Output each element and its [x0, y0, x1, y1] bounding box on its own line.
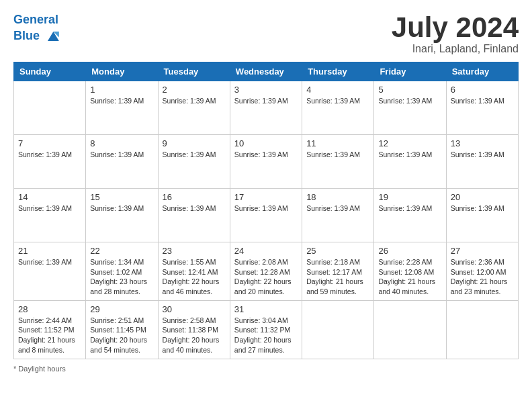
day-info: Sunrise: 2:44 AMSunset: 11:52 PMDaylight…	[18, 316, 81, 355]
day-info: Sunrise: 1:39 AM	[378, 150, 441, 160]
day-number: 1	[90, 85, 153, 95]
calendar-cell: 11Sunrise: 1:39 AM	[302, 135, 374, 189]
dow-header-thursday: Thursday	[302, 62, 374, 81]
day-number: 31	[234, 304, 298, 314]
day-info: Sunrise: 2:58 AMSunset: 11:38 PMDaylight…	[163, 316, 226, 355]
calendar-cell: 10Sunrise: 1:39 AM	[230, 135, 302, 189]
calendar-cell: 13Sunrise: 1:39 AM	[446, 135, 518, 189]
day-number: 22	[90, 246, 153, 256]
day-info: Sunrise: 2:28 AMSunset: 12:08 AMDaylight…	[378, 257, 441, 297]
day-info: Sunrise: 1:39 AM	[378, 203, 441, 214]
day-number: 20	[451, 192, 514, 202]
calendar-cell: 1Sunrise: 1:39 AM	[86, 81, 158, 135]
day-info: Sunrise: 1:39 AM	[378, 96, 441, 106]
calendar-cell: 6Sunrise: 1:39 AM	[446, 81, 518, 135]
day-info: Sunrise: 1:39 AM	[18, 257, 81, 267]
calendar-cell	[14, 81, 86, 135]
calendar-week-1: 1Sunrise: 1:39 AM2Sunrise: 1:39 AM3Sunri…	[14, 81, 519, 135]
day-number: 3	[234, 85, 298, 95]
day-number: 4	[306, 85, 369, 95]
calendar-cell: 19Sunrise: 1:39 AM	[374, 189, 446, 242]
calendar-cell: 3Sunrise: 1:39 AM	[230, 81, 302, 135]
calendar-cell: 9Sunrise: 1:39 AM	[158, 135, 230, 189]
day-number: 26	[378, 246, 441, 256]
calendar-week-4: 21Sunrise: 1:39 AM22Sunrise: 1:34 AMSuns…	[14, 242, 519, 301]
day-info: Sunrise: 1:34 AMSunset: 1:02 AMDaylight:…	[90, 257, 153, 297]
day-number: 5	[378, 85, 441, 95]
main-title: July 2024	[392, 13, 519, 42]
day-info: Sunrise: 1:39 AM	[18, 150, 81, 160]
calendar-cell: 22Sunrise: 1:34 AMSunset: 1:02 AMDayligh…	[86, 242, 158, 301]
dow-header-saturday: Saturday	[446, 62, 518, 81]
header: General Blue July 2024 Inari, Lapland, F…	[13, 13, 519, 55]
day-number: 28	[18, 304, 81, 314]
day-number: 10	[234, 138, 298, 148]
calendar-cell: 14Sunrise: 1:39 AM	[14, 189, 86, 242]
logo-blue: Blue	[13, 30, 40, 43]
calendar-week-3: 14Sunrise: 1:39 AM15Sunrise: 1:39 AM16Su…	[14, 189, 519, 242]
calendar-cell: 8Sunrise: 1:39 AM	[86, 135, 158, 189]
calendar-cell: 15Sunrise: 1:39 AM	[86, 189, 158, 242]
day-info: Sunrise: 1:39 AM	[90, 150, 153, 160]
calendar-cell: 28Sunrise: 2:44 AMSunset: 11:52 PMDaylig…	[14, 300, 86, 359]
day-number: 19	[378, 192, 441, 202]
calendar-cell	[446, 300, 518, 359]
calendar-cell: 12Sunrise: 1:39 AM	[374, 135, 446, 189]
dow-header-sunday: Sunday	[14, 62, 86, 81]
calendar-cell: 5Sunrise: 1:39 AM	[374, 81, 446, 135]
calendar-cell: 26Sunrise: 2:28 AMSunset: 12:08 AMDaylig…	[374, 242, 446, 301]
day-info: Sunrise: 1:39 AM	[306, 203, 369, 214]
day-number: 17	[234, 192, 298, 202]
calendar-cell: 27Sunrise: 2:36 AMSunset: 12:00 AMDaylig…	[446, 242, 518, 301]
calendar-cell: 2Sunrise: 1:39 AM	[158, 81, 230, 135]
dow-header-tuesday: Tuesday	[158, 62, 230, 81]
calendar-table: SundayMondayTuesdayWednesdayThursdayFrid…	[13, 62, 519, 359]
dow-header-monday: Monday	[86, 62, 158, 81]
day-info: Sunrise: 1:39 AM	[451, 203, 514, 214]
calendar-cell: 25Sunrise: 2:18 AMSunset: 12:17 AMDaylig…	[302, 242, 374, 301]
calendar-cell: 7Sunrise: 1:39 AM	[14, 135, 86, 189]
day-number: 24	[234, 246, 298, 256]
calendar-cell: 20Sunrise: 1:39 AM	[446, 189, 518, 242]
calendar-week-2: 7Sunrise: 1:39 AM8Sunrise: 1:39 AM9Sunri…	[14, 135, 519, 189]
title-section: July 2024 Inari, Lapland, Finland	[392, 13, 519, 55]
calendar-cell: 21Sunrise: 1:39 AM	[14, 242, 86, 301]
day-number: 8	[90, 138, 153, 148]
calendar-cell	[302, 300, 374, 359]
calendar-cell: 4Sunrise: 1:39 AM	[302, 81, 374, 135]
calendar-cell: 31Sunrise: 3:04 AMSunset: 11:32 PMDaylig…	[230, 300, 302, 359]
calendar-body: 1Sunrise: 1:39 AM2Sunrise: 1:39 AM3Sunri…	[14, 81, 519, 359]
day-info: Sunrise: 1:39 AM	[90, 203, 153, 214]
day-number: 21	[18, 246, 81, 256]
dow-header-friday: Friday	[374, 62, 446, 81]
day-number: 2	[163, 85, 226, 95]
dow-header-wednesday: Wednesday	[230, 62, 302, 81]
day-info: Sunrise: 3:04 AMSunset: 11:32 PMDaylight…	[234, 316, 298, 355]
day-info: Sunrise: 1:39 AM	[234, 150, 298, 160]
logo-icon	[43, 27, 62, 46]
day-number: 30	[163, 304, 226, 314]
day-info: Sunrise: 1:39 AM	[451, 150, 514, 160]
day-number: 18	[306, 192, 369, 202]
day-info: Sunrise: 2:08 AMSunset: 12:28 AMDaylight…	[234, 257, 298, 297]
day-info: Sunrise: 1:39 AM	[451, 96, 514, 106]
day-info: Sunrise: 2:51 AMSunset: 11:45 PMDaylight…	[90, 316, 153, 355]
subtitle: Inari, Lapland, Finland	[392, 43, 519, 55]
day-number: 23	[163, 246, 226, 256]
calendar-cell	[374, 300, 446, 359]
day-info: Sunrise: 1:39 AM	[90, 96, 153, 106]
day-number: 14	[18, 192, 81, 202]
day-number: 7	[18, 138, 81, 148]
day-number: 27	[451, 246, 514, 256]
footer-note-text: Daylight hours	[18, 365, 65, 373]
day-info: Sunrise: 1:39 AM	[163, 150, 226, 160]
calendar-cell: 17Sunrise: 1:39 AM	[230, 189, 302, 242]
calendar-cell: 30Sunrise: 2:58 AMSunset: 11:38 PMDaylig…	[158, 300, 230, 359]
day-number: 11	[306, 138, 369, 148]
day-info: Sunrise: 1:39 AM	[234, 203, 298, 214]
day-info: Sunrise: 2:36 AMSunset: 12:00 AMDaylight…	[451, 257, 514, 297]
footer-note: * Daylight hours	[13, 365, 519, 373]
day-number: 16	[163, 192, 226, 202]
day-number: 29	[90, 304, 153, 314]
logo: General Blue	[13, 13, 62, 46]
